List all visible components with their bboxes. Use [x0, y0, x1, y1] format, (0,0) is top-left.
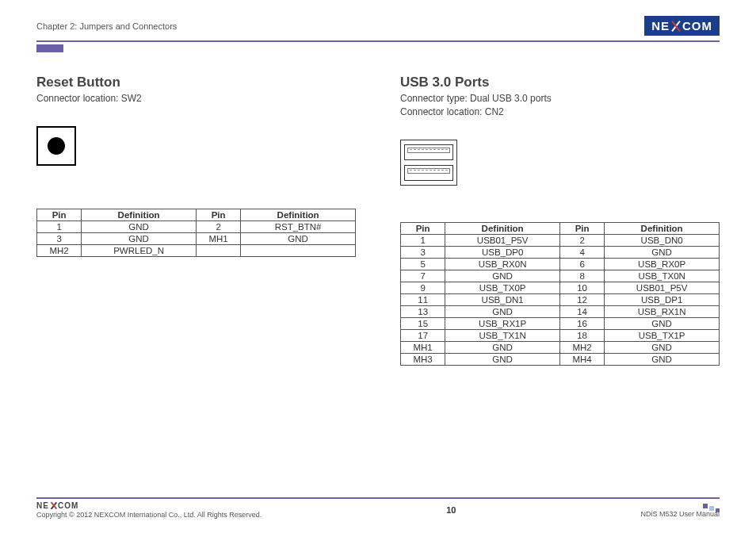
definition-cell: USB_DP0	[445, 246, 560, 258]
pin-cell: 7	[401, 270, 445, 282]
definition-cell: USB_TX1N	[445, 329, 560, 341]
definition-cell: GND	[605, 317, 720, 329]
definition-cell	[241, 244, 356, 256]
definition-cell: USB_DN0	[605, 234, 720, 246]
pin-header: Pin	[196, 209, 240, 220]
definition-cell: USB_RX0N	[445, 258, 560, 270]
page-number: 10	[446, 505, 456, 515]
usb-port-icon	[404, 144, 453, 160]
brand-logo: NECOM	[644, 16, 720, 36]
usb-title: USB 3.0 Ports	[400, 75, 720, 90]
pin-cell: 1	[401, 234, 445, 246]
pin-cell: 10	[559, 282, 604, 293]
table-row: 9USB_TX0P10USB01_P5V	[401, 282, 720, 293]
definition-cell: GND	[445, 353, 560, 365]
usb-ports-diagram	[400, 140, 457, 186]
definition-cell: PWRLED_N	[82, 244, 197, 256]
definition-cell: USB_TX1P	[605, 329, 720, 341]
table-row: 1GND2RST_BTN#	[37, 220, 356, 232]
reset-subtitle: Connector location: SW2	[36, 92, 356, 105]
definition-header: Definition	[445, 222, 560, 234]
table-row: 13GND14USB_RX1N	[401, 305, 720, 317]
footer-brand-logo: NECOM	[36, 501, 78, 510]
definition-cell: RST_BTN#	[241, 220, 356, 232]
definition-cell: GND	[241, 232, 356, 244]
pin-cell: 3	[401, 246, 445, 258]
table-row: MH2PWRLED_N	[37, 244, 356, 256]
definition-cell: USB_DN1	[445, 293, 560, 305]
pin-cell: 4	[559, 246, 604, 258]
pin-cell: 12	[559, 293, 604, 305]
definition-cell: GND	[445, 341, 560, 353]
definition-cell: USB_RX1P	[445, 317, 560, 329]
pin-cell: 8	[559, 270, 604, 282]
table-row: 3GNDMH1GND	[37, 232, 356, 244]
pin-cell: 5	[401, 258, 445, 270]
usb-sub2: Connector location: CN2	[400, 105, 720, 119]
definition-cell: USB_TX0P	[445, 282, 560, 293]
footer-rule	[36, 497, 720, 499]
table-row: 11USB_DN112USB_DP1	[401, 293, 720, 305]
pin-cell: MH4	[559, 353, 604, 365]
pin-header: Pin	[37, 209, 82, 220]
pin-cell: 2	[196, 220, 240, 232]
table-row: MH1GNDMH2GND	[401, 341, 720, 353]
definition-header: Definition	[82, 209, 197, 220]
pin-cell: 1	[37, 220, 82, 232]
pin-cell: 11	[401, 293, 445, 305]
pin-cell: 13	[401, 305, 445, 317]
header-rule	[36, 40, 720, 42]
definition-header: Definition	[241, 209, 356, 220]
definition-cell: GND	[605, 246, 720, 258]
accent-bar	[36, 44, 63, 52]
pin-cell: 18	[559, 329, 604, 341]
reset-button-diagram	[36, 126, 76, 166]
definition-header: Definition	[605, 222, 720, 234]
pin-cell	[196, 244, 240, 256]
definition-cell: GND	[82, 232, 197, 244]
chapter-label: Chapter 2: Jumpers and Connectors	[36, 21, 177, 31]
pin-cell: MH2	[37, 244, 82, 256]
usb-pin-table: PinDefinitionPinDefinition 1USB01_P5V2US…	[400, 222, 720, 366]
doc-name: NDiS M532 User Manual	[640, 510, 720, 518]
definition-cell: USB_TX0N	[605, 270, 720, 282]
pin-cell: 9	[401, 282, 445, 293]
table-row: 17USB_TX1N18USB_TX1P	[401, 329, 720, 341]
pin-header: Pin	[559, 222, 604, 234]
definition-cell: GND	[445, 270, 560, 282]
pin-cell: 16	[559, 317, 604, 329]
pin-cell: 15	[401, 317, 445, 329]
definition-cell: GND	[605, 341, 720, 353]
definition-cell: GND	[445, 305, 560, 317]
corner-mark-icon	[703, 504, 720, 508]
reset-pin-table: PinDefinitionPinDefinition 1GND2RST_BTN#…	[36, 209, 356, 257]
pin-header: Pin	[401, 222, 445, 234]
table-row: 1USB01_P5V2USB_DN0	[401, 234, 720, 246]
table-row: 5USB_RX0N6USB_RX0P	[401, 258, 720, 270]
pin-cell: MH2	[559, 341, 604, 353]
definition-cell: USB_RX1N	[605, 305, 720, 317]
pin-cell: 6	[559, 258, 604, 270]
table-row: 15USB_RX1P16GND	[401, 317, 720, 329]
pin-cell: 3	[37, 232, 82, 244]
table-row: 7GND8USB_TX0N	[401, 270, 720, 282]
pin-cell: 17	[401, 329, 445, 341]
definition-cell: USB_DP1	[605, 293, 720, 305]
usb-sub1: Connector type: Dual USB 3.0 ports	[400, 92, 720, 105]
pin-cell: 2	[559, 234, 604, 246]
pin-cell: MH1	[196, 232, 240, 244]
table-row: MH3GNDMH4GND	[401, 353, 720, 365]
definition-cell: GND	[82, 220, 197, 232]
definition-cell: USB_RX0P	[605, 258, 720, 270]
reset-title: Reset Button	[36, 75, 356, 90]
table-row: 3USB_DP04GND	[401, 246, 720, 258]
definition-cell: USB01_P5V	[445, 234, 560, 246]
pin-cell: 14	[559, 305, 604, 317]
definition-cell: USB01_P5V	[605, 282, 720, 293]
pin-cell: MH1	[401, 341, 445, 353]
reset-button-dot-icon	[48, 137, 65, 155]
usb-port-icon	[404, 165, 453, 181]
copyright-text: Copyright © 2012 NEXCOM International Co…	[36, 511, 262, 519]
definition-cell: GND	[605, 353, 720, 365]
pin-cell: MH3	[401, 353, 445, 365]
